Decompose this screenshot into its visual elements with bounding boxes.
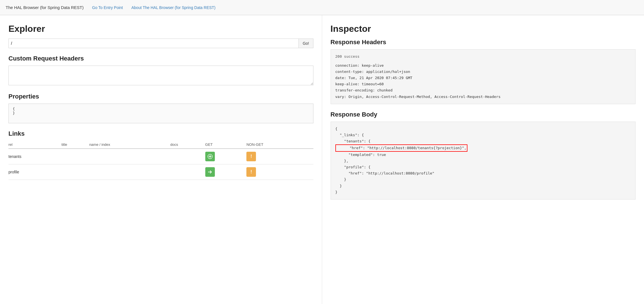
response-headers-list: connection: keep-alivecontent-type: appl…: [335, 62, 631, 100]
response-body-title: Response Body: [331, 111, 636, 118]
response-headers-title: Response Headers: [331, 39, 636, 46]
properties-line1: {: [13, 107, 309, 111]
inspector-panel: Inspector Response Headers 200 success c…: [322, 15, 644, 304]
navbar-brand: The HAL Browser (for Spring Data REST): [6, 5, 84, 10]
explorer-panel: Explorer Go! Custom Request Headers Prop…: [0, 15, 322, 304]
response-body-line: },: [335, 158, 631, 164]
cell-title: [61, 149, 89, 164]
col-docs: docs: [170, 141, 205, 149]
response-body-box: { "_links": { "tenants": { "href": "http…: [331, 122, 636, 200]
response-body-line: }: [335, 189, 631, 195]
response-body-line: "templated": true: [335, 152, 631, 158]
cell-title: [61, 164, 89, 180]
cell-name-index: [89, 149, 170, 164]
entry-point-link[interactable]: Go To Entry Point: [92, 5, 123, 10]
col-name-index: name / index: [89, 141, 170, 149]
properties-line2: }: [13, 111, 309, 115]
links-table-header: rel title name / index docs GET NON-GET: [8, 141, 313, 149]
col-nonget: NON-GET: [246, 141, 313, 149]
col-get: GET: [205, 141, 247, 149]
explorer-title: Explorer: [8, 24, 313, 34]
cell-rel: profile: [8, 164, 61, 180]
main-layout: Explorer Go! Custom Request Headers Prop…: [0, 15, 644, 304]
links-section: Links rel title name / index docs GET NO…: [8, 130, 313, 180]
custom-headers-title: Custom Request Headers: [8, 55, 313, 62]
col-title: title: [61, 141, 89, 149]
response-body-line: "href": "http://localhost:8080/tenants{?…: [335, 144, 631, 152]
response-status: 200 success: [335, 53, 631, 60]
response-body-line: }: [335, 183, 631, 189]
highlighted-href-line: "href": "http://localhost:8080/tenants{?…: [335, 144, 468, 152]
table-row: tenants!: [8, 149, 313, 164]
get-button-profile[interactable]: [205, 167, 215, 177]
response-body-line: "tenants": {: [335, 138, 631, 144]
cell-get: [205, 149, 247, 164]
response-header-line: content-type: application/hal+json: [335, 69, 631, 75]
response-header-line: transfer-encoding: chunked: [335, 87, 631, 93]
go-button[interactable]: Go!: [298, 39, 313, 48]
custom-headers-textarea[interactable]: [8, 66, 313, 85]
response-headers-box: 200 success connection: keep-aliveconten…: [331, 49, 636, 104]
inspector-title: Inspector: [331, 24, 636, 34]
response-body-line: "_links": {: [335, 132, 631, 138]
url-row: Go!: [8, 39, 313, 48]
get-button-tenants[interactable]: [205, 152, 215, 161]
cell-get: [205, 164, 247, 180]
about-link[interactable]: About The HAL Browser (for Spring Data R…: [132, 5, 216, 10]
table-row: profile!: [8, 164, 313, 180]
cell-docs: [170, 149, 205, 164]
cell-rel: tenants: [8, 149, 61, 164]
cell-docs: [170, 164, 205, 180]
properties-box: { }: [8, 104, 313, 123]
response-header-line: connection: keep-alive: [335, 62, 631, 69]
custom-headers-section: Custom Request Headers: [8, 55, 313, 86]
properties-section: Properties { }: [8, 93, 313, 123]
properties-title: Properties: [8, 93, 313, 100]
nonget-button-profile[interactable]: !: [246, 167, 256, 177]
response-body-content: { "_links": { "tenants": { "href": "http…: [335, 126, 631, 195]
cell-nonget: !: [246, 164, 313, 180]
links-title: Links: [8, 130, 313, 137]
col-rel: rel: [8, 141, 61, 149]
nonget-button-tenants[interactable]: !: [246, 152, 256, 161]
navbar: The HAL Browser (for Spring Data REST) G…: [0, 0, 644, 15]
cell-nonget: !: [246, 149, 313, 164]
response-body-line: {: [335, 126, 631, 132]
response-body-line: }: [335, 176, 631, 183]
cell-name-index: [89, 164, 170, 180]
response-body-line: "href": "http://localhost:8080/profile": [335, 170, 631, 176]
links-table: rel title name / index docs GET NON-GET …: [8, 141, 313, 180]
response-header-line: date: Tue, 21 Apr 2020 07:45:29 GMT: [335, 75, 631, 81]
response-header-line: vary: Origin, Access-Control-Request-Met…: [335, 94, 631, 100]
response-body-line: "profile": {: [335, 164, 631, 170]
response-header-line: keep-alive: timeout=60: [335, 81, 631, 87]
url-input[interactable]: [8, 39, 298, 48]
